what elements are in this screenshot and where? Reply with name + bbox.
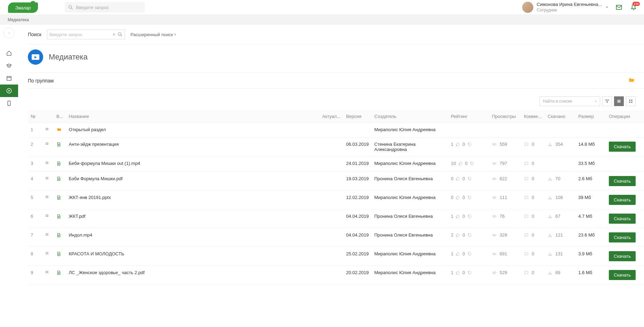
thumb-up-icon[interactable] (455, 252, 460, 256)
thumb-up-icon[interactable] (458, 161, 463, 166)
drag-handle[interactable] (45, 251, 49, 256)
cell-version: 04.04.2019 (343, 228, 371, 247)
cell-name[interactable]: ЖКТ.pdf (66, 209, 320, 228)
sidebar-item-calendar[interactable] (0, 72, 18, 85)
search-icon[interactable] (595, 99, 597, 104)
mail-button[interactable] (615, 4, 622, 11)
cell-name[interactable]: Открытый раздел (66, 123, 320, 137)
search-input[interactable] (49, 32, 113, 37)
drag-handle[interactable] (45, 142, 49, 147)
thumb-up-icon[interactable] (455, 233, 460, 238)
thumb-up-icon[interactable] (455, 195, 460, 200)
th-aktual[interactable]: Актуал... (320, 110, 344, 123)
drag-handle[interactable] (45, 232, 49, 238)
drag-handle[interactable] (45, 127, 49, 132)
th-comments[interactable]: Комме... (521, 110, 545, 123)
download-button[interactable]: Скачать (609, 142, 636, 152)
sidebar-toggle[interactable] (3, 27, 15, 39)
type-icon (56, 214, 61, 219)
table-row[interactable]: 6 ЖКТ.pdf 04.04.2019 Пронина Олеся Евген… (28, 209, 644, 228)
folder-toggle[interactable] (627, 77, 636, 84)
cell-name[interactable]: ЖКТ-янв 20191.pptx (66, 191, 320, 209)
sidebar-item-mobile[interactable] (0, 97, 18, 110)
search-box[interactable]: × (47, 30, 125, 39)
downloads-cell: 67 (548, 214, 573, 219)
sidebar-item-education[interactable] (0, 59, 18, 72)
download-button[interactable]: Скачать (609, 232, 636, 242)
drag-handle[interactable] (45, 161, 49, 166)
graduation-icon (6, 63, 12, 69)
clear-search[interactable]: × (113, 32, 116, 37)
cell-name[interactable]: Индол.mp4 (66, 228, 320, 247)
thumb-down-icon[interactable] (467, 233, 472, 238)
download-button[interactable]: Скачать (609, 270, 636, 280)
drag-handle[interactable] (45, 214, 49, 219)
th-downloads[interactable]: Скачано (545, 110, 575, 123)
table-row[interactable]: 8 КРАСОТА И МОЛОДОСТЬ 25.02.2019 Мирапол… (28, 247, 644, 266)
th-num[interactable]: № (28, 110, 42, 123)
thumb-down-icon[interactable] (467, 252, 472, 256)
top-search-input[interactable] (76, 5, 141, 10)
dislikes-count: 0 (462, 176, 465, 181)
th-type[interactable]: В... (54, 110, 66, 123)
download-button[interactable]: Скачать (609, 251, 636, 261)
search-icon[interactable] (118, 32, 123, 37)
comments-cell: 0 (524, 161, 542, 166)
downloads-count: 108 (555, 195, 563, 200)
thumb-down-icon[interactable] (467, 195, 472, 200)
download-button[interactable]: Скачать (609, 214, 636, 224)
sidebar-item-home[interactable] (0, 47, 18, 59)
notifications-button[interactable]: 238 (630, 4, 637, 11)
thumb-up-icon[interactable] (455, 176, 460, 181)
logo[interactable]: Эвалар (6, 1, 40, 14)
list-search-input[interactable] (543, 99, 595, 104)
download-button[interactable]: Скачать (609, 195, 636, 205)
sidebar-item-media[interactable] (0, 85, 18, 97)
table-row[interactable]: 9 ЛС _Женское здоровье_ часть 2.pdf 20.0… (28, 266, 644, 285)
table-row[interactable]: 2 Анти-эйдж презентация 06.03.2019 Стени… (28, 137, 644, 157)
filter-button[interactable] (602, 96, 612, 106)
thumb-down-icon[interactable] (467, 270, 472, 275)
breadcrumb-text: Медиатека (8, 17, 29, 22)
thumb-up-icon[interactable] (455, 142, 460, 147)
cell-name[interactable]: КРАСОТА И МОЛОДОСТЬ (66, 247, 320, 266)
download-button[interactable]: Скачать (609, 176, 636, 186)
th-rating[interactable]: Рейтинг (448, 110, 489, 123)
list-search[interactable] (540, 96, 600, 106)
table-row[interactable]: 7 Индол.mp4 04.04.2019 Пронина Олеся Евг… (28, 228, 644, 247)
media-icon: ▶ (32, 54, 39, 60)
thumb-down-icon[interactable] (467, 214, 472, 219)
cell-name[interactable]: Бэби Формула Мишки.pdf (66, 172, 320, 191)
thumb-down-icon[interactable] (467, 176, 472, 181)
likes-count: 2 (451, 232, 453, 238)
user-menu[interactable]: Симонова Ирина Евгеньевна... Сотрудник ▾ (522, 2, 608, 13)
table-row[interactable]: 4 Бэби Формула Мишки.pdf 19.03.2019 Прон… (28, 172, 644, 191)
drag-handle[interactable] (45, 176, 49, 181)
advanced-search[interactable]: Расширенный поиск (131, 32, 176, 37)
eye-icon (492, 252, 497, 256)
drag-handle[interactable] (45, 195, 49, 200)
thumb-up-icon[interactable] (455, 270, 460, 275)
cell-name[interactable]: ЛС _Женское здоровье_ часть 2.pdf (66, 266, 320, 285)
cell-name[interactable]: Беби-формула Мишки out (1).mp4 (66, 157, 320, 172)
top-search[interactable] (65, 2, 145, 13)
view-grid-button[interactable] (626, 96, 636, 106)
thumb-down-icon[interactable] (470, 161, 474, 166)
th-name[interactable]: Название (66, 110, 320, 123)
th-views[interactable]: Просмотры (489, 110, 521, 123)
th-size[interactable]: Размер (575, 110, 606, 123)
cell-name[interactable]: Анти-эйдж презентация (66, 137, 320, 157)
cell-size: 1.6 Мб (575, 266, 606, 285)
view-list-button[interactable] (614, 96, 624, 106)
th-version[interactable]: Версия (343, 110, 371, 123)
drag-handle[interactable] (45, 270, 49, 275)
cell-aktual (320, 157, 344, 172)
table-row[interactable]: 3 Беби-формула Мишки out (1).mp4 24.01.2… (28, 157, 644, 172)
table-row[interactable]: 5 ЖКТ-янв 20191.pptx 12.02.2019 Мираполи… (28, 191, 644, 209)
th-creator[interactable]: Создатель (371, 110, 448, 123)
table-row[interactable]: 1 Открытый раздел Мираполис Юлия Андреев… (28, 123, 644, 137)
thumb-up-icon[interactable] (455, 214, 460, 219)
thumb-down-icon[interactable] (467, 142, 472, 147)
rating-cell: 1 0 (451, 270, 486, 275)
dislikes-count: 0 (465, 161, 468, 166)
